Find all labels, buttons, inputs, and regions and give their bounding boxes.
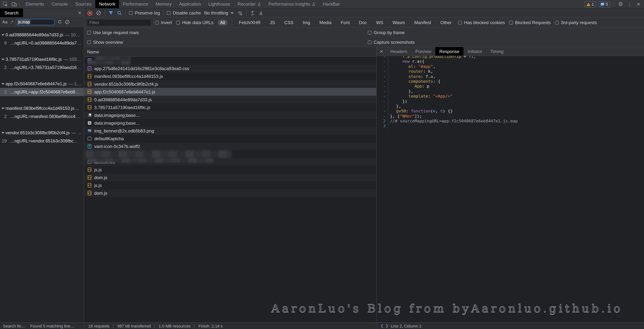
search-match-row[interactable]: 2…ngURL=manifest.083bef9fccc4… (0, 112, 84, 121)
type-filter-manifest[interactable]: Manifest (412, 20, 434, 26)
tab-lighthouse[interactable]: Lighthouse (205, 0, 234, 8)
search-network-icon[interactable] (117, 11, 122, 16)
table-row[interactable]: js.js (84, 166, 376, 174)
issues-badge[interactable]: 5 (598, 1, 610, 7)
detail-tab-timing[interactable]: Timing (486, 47, 508, 56)
match-case-button[interactable]: Aa (2, 20, 8, 24)
blocked-requests-checkbox[interactable]: Blocked Requests (509, 20, 551, 25)
tab-elements[interactable]: Elements (22, 0, 48, 8)
tab-search[interactable]: Search (0, 9, 23, 17)
refresh-search-icon[interactable] (58, 20, 62, 24)
pretty-print-icon[interactable]: { } (381, 323, 388, 328)
tab-network[interactable]: Network (95, 0, 119, 8)
table-row[interactable]: js.js (84, 181, 376, 189)
table-row[interactable]: img_benner@2x.edb5b83.png (84, 127, 376, 135)
filter-input[interactable] (87, 20, 151, 26)
disable-cache-checkbox[interactable]: Disable cache (167, 11, 201, 16)
tab-application[interactable]: Application (175, 0, 204, 8)
type-filter-img[interactable]: Img (300, 20, 313, 26)
clear-search-icon[interactable] (65, 20, 70, 24)
inspect-element-icon[interactable] (1, 0, 10, 8)
tab-hackbar[interactable]: HackBar (319, 0, 344, 8)
filter-toggle-icon[interactable] (108, 11, 114, 16)
clear-network-log-button[interactable] (96, 11, 101, 16)
type-filter-js[interactable]: JS (267, 20, 278, 26)
table-row[interactable]: dom.js (84, 174, 376, 181)
name-column-header[interactable]: Name (84, 47, 376, 57)
table-row[interactable]: app.275d8e24141dd16c2981e3c8aca93ea0.css (84, 65, 376, 72)
hide-data-urls-checkbox[interactable]: Hide data URLs (176, 20, 213, 25)
type-filter-font[interactable]: Font (338, 20, 352, 26)
code-line: -components: { (377, 79, 644, 84)
type-filter-ws[interactable]: WS (374, 20, 386, 26)
table-row[interactable]: app.f2c5040687e6eb8447e1.js (84, 88, 376, 96)
warnings-badge[interactable]: 1 (584, 1, 596, 7)
type-filter-css[interactable]: CSS (282, 20, 296, 26)
tab-recorder[interactable]: Recorder (234, 0, 265, 8)
show-overview-checkbox[interactable]: Show overview (87, 40, 123, 45)
type-filter-fetch-xhr[interactable]: Fetch/XHR (236, 20, 263, 26)
table-row[interactable]: defaultKaptcha (84, 135, 376, 142)
table-row[interactable]: vant-icon-0c347b.woff2 (84, 142, 376, 150)
type-filter-all[interactable]: All (218, 20, 228, 26)
settings-gear-icon[interactable]: ⚙ (617, 1, 624, 8)
detail-tab-response[interactable]: Response (435, 47, 464, 56)
type-filter-doc[interactable]: Doc (356, 20, 370, 26)
search-match-row[interactable]: 2…ngURL=app.f2c5040687e6eb8… (0, 88, 84, 96)
tab-performance[interactable]: Performance (119, 0, 152, 8)
response-code-view[interactable]: -f.a.config.productionTip = !1,-new r.a(… (377, 56, 644, 322)
table-row[interactable]: manifest.083bef9fccc4a1d49153.js (84, 72, 376, 80)
tab-memory[interactable]: Memory (152, 0, 176, 8)
third-party-requests-checkbox[interactable]: 3rd-party requests (555, 20, 597, 25)
table-row[interactable]: 3.785731a57190aed16f9c.js (84, 104, 376, 111)
invert-checkbox[interactable]: Invert (155, 20, 172, 25)
search-input[interactable]: js.map (16, 19, 55, 25)
group-by-frame-checkbox[interactable]: Group by frame (368, 30, 405, 35)
table-row[interactable]: data:image/png;base… (84, 111, 376, 119)
search-result-file[interactable]: app.f2c5040687e6eb8447e1.js— 1… (0, 80, 84, 88)
device-toolbar-icon[interactable] (10, 0, 18, 8)
search-match-row[interactable]: 2…ngURL=3.785731a57190aed16… (0, 64, 84, 72)
search-result-file[interactable]: manifest.083bef9fccc4a1d49153.js… (0, 104, 84, 112)
preserve-log-checkbox[interactable]: Preserve log (129, 11, 160, 16)
close-devtools-icon[interactable]: ✕ (635, 1, 642, 7)
tabbar-separator (614, 1, 614, 7)
use-large-rows-checkbox[interactable]: Use large request rows (87, 30, 139, 35)
table-row[interactable]: vendor.651b3c306fbc9f0b2cf4.js (84, 80, 376, 88)
export-har-icon[interactable] (258, 11, 264, 16)
request-name: app.275d8e24141dd16c2981e3c8aca93ea0.css (94, 66, 189, 71)
type-filter-wasm[interactable]: Wasm (390, 20, 408, 26)
tab-sources[interactable]: Sources (72, 0, 95, 8)
table-row[interactable]: data:image/png;base… (84, 119, 376, 127)
search-result-file[interactable]: 3.785731a57190aed16f9c.js— 103… (0, 55, 84, 64)
close-detail-icon[interactable]: ✕ (377, 47, 386, 56)
kebab-menu-icon[interactable]: ⋮ (626, 1, 633, 7)
type-filter-other[interactable]: Other (438, 20, 454, 26)
tab-console[interactable]: Console (48, 0, 72, 8)
search-match-row[interactable]: 9…ngURL=0.ad398885644e89da7… (0, 39, 84, 47)
record-button[interactable] (87, 10, 93, 16)
close-search-icon[interactable]: ✕ (78, 10, 82, 16)
table-row[interactable]: 0.ad398885644e89da7d33.js (84, 96, 376, 104)
regex-button[interactable]: .* (10, 20, 13, 24)
tab-label: HackBar (323, 2, 340, 7)
has-blocked-cookies-checkbox[interactable]: Has blocked cookies (458, 20, 505, 25)
throttling-select[interactable]: No throttling (204, 11, 234, 16)
capture-screenshots-checkbox[interactable]: Capture screenshots (368, 40, 415, 45)
detail-tab-preview[interactable]: Preview (411, 47, 435, 56)
detail-tab-headers[interactable]: Headers (386, 47, 411, 56)
network-conditions-icon[interactable] (237, 10, 243, 16)
wrap-marker: - (377, 104, 388, 109)
chevron-expanded-icon (2, 107, 4, 109)
search-result-file[interactable]: vendor.651b3c306fbc9f0b2cf4.js— … (0, 129, 84, 137)
detail-tab-initiator[interactable]: Initiator (464, 47, 486, 56)
type-filter-media[interactable]: Media (317, 20, 334, 26)
redacted-area (88, 158, 214, 163)
table-row[interactable]: dom.js (84, 189, 376, 197)
request-detail-pane: ✕ HeadersPreviewResponseInitiatorTiming … (377, 47, 644, 322)
import-har-icon[interactable] (250, 11, 255, 16)
search-result-file[interactable]: 0.ad398885644e89da7d33.js— 10… (0, 31, 84, 39)
search-match-row[interactable]: 19…ngURL=vendor.651b3c306fbc… (0, 137, 84, 145)
code-line: -store: f.a, (377, 74, 644, 79)
tab-performance-insights[interactable]: Performance insights (265, 0, 319, 8)
